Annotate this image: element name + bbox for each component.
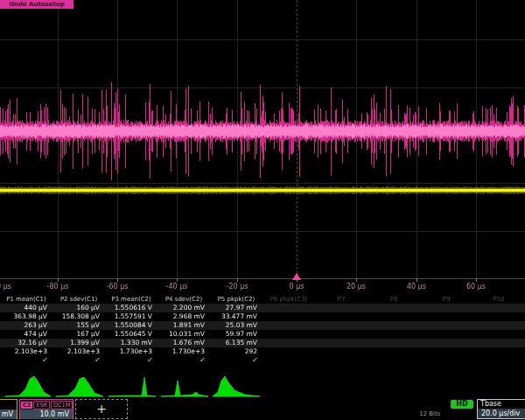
axis-tick-label: -60 µs [107,283,129,290]
axis-tick-label: -80 µs [47,283,69,290]
param-value: 1.550645 V [105,330,158,339]
param-value [315,339,368,347]
param-value [368,321,420,330]
param-header[interactable]: P5 pkpk(C2) [210,295,262,304]
param-stats-row: 2.103e+32.103e+31.730e+31.730e+3292 [0,347,525,356]
axis-tick [177,278,178,282]
param-value [262,304,315,312]
axis-tick-label: -20 µs [227,283,248,290]
channel-c2-descriptor[interactable]: C2 ESR DC1M 10.0 mV [19,399,74,419]
c2-esr-badge: ESR [33,401,50,410]
param-value: 263 µV [0,321,52,330]
param-value [472,312,525,321]
axis-tick [416,278,417,282]
param-value [262,330,315,339]
axis-tick [476,278,477,282]
param-status-check-icon: ✔ [210,356,262,365]
param-value: 1.730e+3 [158,347,210,356]
param-value: 363.98 µV [0,312,52,321]
param-stats-row: 363.98 µV158.308 µV1.557591 V2.968 mV33.… [0,312,525,321]
param-value: 6.135 mV [210,339,262,347]
axis-tick [356,278,357,282]
param-value [472,304,525,312]
param-value: 10.031 mV [158,330,210,339]
measurement-table: P1 mean(C1)P2 sdev(C1)P3 mean(C2)P4 sdev… [0,295,525,365]
param-header-unused[interactable]: P9 [420,295,472,304]
param-value: 2.968 mV [158,312,210,321]
param-value [315,347,368,356]
param-value [315,312,368,321]
param-header-unused[interactable]: P6 pkpk(C3) [262,295,315,304]
param-value: 59.97 mV [210,330,262,339]
add-trace-button[interactable]: + [75,399,128,419]
c1-volts-per-div: 10.0 mV [0,410,17,419]
param-value [472,330,525,339]
param-value [315,304,368,312]
param-header[interactable]: P3 mean(C2) [105,295,158,304]
histicon-p1[interactable] [0,374,52,397]
param-value [262,339,315,347]
axis-tick [297,278,298,282]
param-value [420,330,472,339]
param-value [420,312,472,321]
histicon-p4[interactable] [158,374,210,397]
param-value [315,321,368,330]
hd-mode-indicator[interactable]: HD 12 Bits [414,399,475,419]
trace-display[interactable] [0,0,525,278]
param-value: 2.200 mV [158,304,210,312]
param-status-check-icon: ✔ [158,356,210,365]
param-stats-row: 32.16 µV1.399 µV1.330 mV1.676 mV6.135 mV [0,339,525,347]
param-value: 474 µV [0,330,52,339]
param-value: 1.550616 V [105,304,158,312]
param-header-unused[interactable]: P10 [472,295,525,304]
param-value: 25.03 mV [210,321,262,330]
param-stats-row: 440 µV160 µV1.550616 V2.200 mV27.97 mV [0,304,525,312]
param-value: 1.676 mV [158,339,210,347]
param-value: 440 µV [0,304,52,312]
axis-tick-label: 40 µs [407,283,426,290]
param-value: 1.557591 V [105,312,158,321]
param-value [262,347,315,356]
param-stats-row: 474 µV167 µV1.550645 V10.031 mV59.97 mV [0,330,525,339]
param-value [368,330,420,339]
param-value: 1.891 mV [158,321,210,330]
histicon-p2[interactable] [52,374,105,397]
param-value [368,347,420,356]
axis-tick [117,278,118,282]
axis-tick-label: 0 µs [290,283,304,290]
param-value [420,339,472,347]
timebase-per-div: 20.0 µs/div [478,409,525,418]
param-value [420,321,472,330]
param-value: 2.103e+3 [0,347,52,356]
axis-tick-label: -40 µs [166,283,188,290]
param-header[interactable]: P2 sdev(C1) [52,295,105,304]
param-value: 1.550084 V [105,321,158,330]
param-value [368,339,420,347]
param-value: 160 µV [52,304,105,312]
undo-autosetup-button[interactable]: Undo Autosetup [0,0,74,9]
param-header-unused[interactable]: P7 [315,295,368,304]
param-value [420,304,472,312]
param-header-unused[interactable]: P8 [368,295,420,304]
param-value [368,304,420,312]
param-value [472,321,525,330]
param-header[interactable]: P4 sdev(C2) [158,295,210,304]
param-status-check-icon: ✔ [52,356,105,365]
axis-tick-label: 20 µs [346,283,366,290]
param-value: 2.103e+3 [52,347,105,356]
param-value [262,312,315,321]
param-value: 155 µV [52,321,105,330]
timebase-descriptor[interactable]: Tbase 20.0 µs/div [477,399,525,419]
channel-c1-descriptor[interactable]: C1 DC1M 10.0 mV [0,399,18,419]
c2-coupling-badge: DC1M [51,401,73,410]
axis-tick [237,278,238,282]
histicon-p3[interactable] [105,374,158,397]
histicon-p5[interactable] [210,374,262,397]
param-value [315,330,368,339]
histicon-strip [0,374,262,397]
axis-tick-label: -100 µs [0,283,11,290]
param-value: 1.330 mV [105,339,158,347]
param-value: 32.16 µV [0,339,52,347]
param-header[interactable]: P1 mean(C1) [0,295,52,304]
time-axis: -100 µs-80 µs-60 µs-40 µs-20 µs0 µs20 µs… [0,278,525,294]
